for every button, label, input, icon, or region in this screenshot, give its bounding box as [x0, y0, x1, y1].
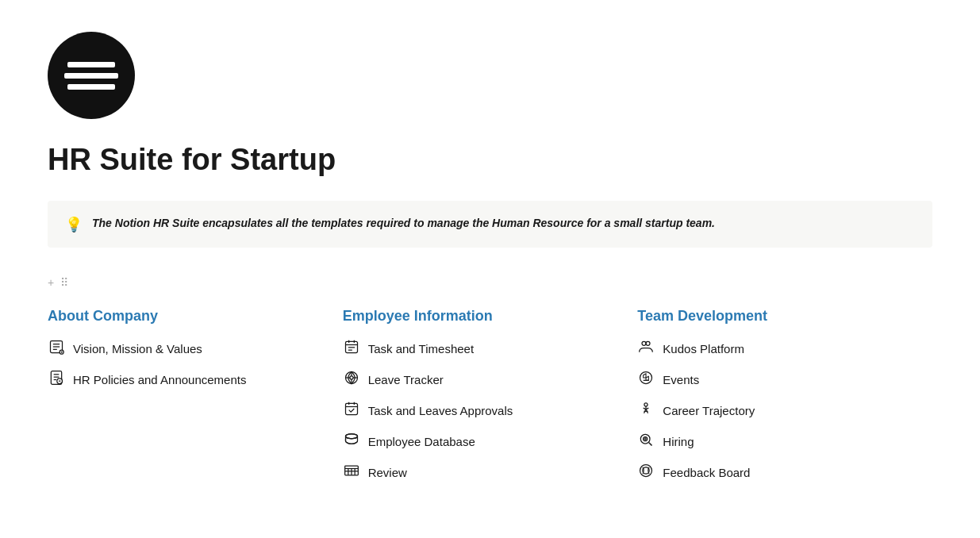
- review-label: Review: [368, 466, 407, 479]
- svg-line-47: [649, 443, 652, 446]
- nav-item-events[interactable]: Events: [637, 370, 917, 390]
- task-timesheet-icon: [343, 339, 360, 359]
- events-icon: [637, 370, 655, 390]
- employee-database-icon: [343, 432, 360, 452]
- svg-point-22: [350, 376, 353, 379]
- drag-icon[interactable]: ⠿: [60, 276, 68, 289]
- svg-point-51: [640, 465, 652, 477]
- employee-information-items: Task and Timesheet Leave Tracker: [343, 339, 622, 482]
- career-trajectory-label: Career Trajectory: [663, 404, 755, 417]
- page-container: HR Suite for Startup 💡 The Notion HR Sui…: [0, 0, 980, 514]
- hiring-icon: [637, 432, 655, 452]
- nav-item-kudos-platform[interactable]: Kudos Platform: [637, 339, 917, 359]
- svg-point-35: [642, 341, 646, 345]
- nav-item-task-timesheet[interactable]: Task and Timesheet: [343, 339, 622, 359]
- nav-item-review[interactable]: Review: [343, 463, 622, 482]
- lightbulb-icon: 💡: [65, 216, 83, 233]
- feedback-board-icon: [637, 463, 655, 482]
- about-company-items: Vision, Mission & Values HR Polic: [48, 339, 327, 390]
- svg-point-39: [644, 403, 648, 406]
- employee-database-label: Employee Database: [368, 435, 475, 448]
- app-logo: [48, 32, 135, 119]
- banner-text: The Notion HR Suite encapsulates all the…: [92, 215, 715, 232]
- info-banner: 💡 The Notion HR Suite encapsulates all t…: [48, 201, 932, 248]
- employee-information-header: Employee Information: [343, 308, 622, 325]
- review-icon: [343, 463, 360, 482]
- logo-line-top: [67, 62, 115, 67]
- svg-rect-23: [345, 403, 357, 414]
- logo-container: [48, 32, 932, 119]
- feedback-board-label: Feedback Board: [663, 466, 750, 479]
- nav-item-leave-tracker[interactable]: Leave Tracker: [343, 370, 622, 390]
- controls-row: + ⠿: [48, 276, 932, 289]
- nav-item-employee-database[interactable]: Employee Database: [343, 432, 622, 452]
- nav-item-hr-policies[interactable]: HR Policies and Announcements: [48, 370, 327, 390]
- career-trajectory-icon: [637, 401, 655, 421]
- column-about-company: About Company Vision: [48, 308, 343, 390]
- hiring-label: Hiring: [663, 435, 694, 448]
- nav-item-career-trajectory[interactable]: Career Trajectory: [637, 401, 917, 421]
- nav-item-hiring[interactable]: Hiring: [637, 432, 917, 452]
- leave-tracker-icon: [343, 370, 360, 390]
- kudos-platform-label: Kudos Platform: [663, 342, 744, 355]
- column-team-development: Team Development Kudos Platform: [637, 308, 932, 482]
- task-leaves-approvals-label: Task and Leaves Approvals: [368, 404, 513, 417]
- about-company-header: About Company: [48, 308, 327, 325]
- vision-mission-icon: [48, 339, 65, 359]
- kudos-platform-icon: [637, 339, 655, 359]
- columns-container: About Company Vision: [48, 308, 932, 482]
- task-leaves-approvals-icon: [343, 401, 360, 421]
- page-title: HR Suite for Startup: [48, 143, 932, 177]
- logo-line-bot: [67, 84, 115, 90]
- team-development-header: Team Development: [637, 308, 917, 325]
- hr-policies-icon: [48, 370, 65, 390]
- nav-item-feedback-board[interactable]: Feedback Board: [637, 463, 917, 482]
- task-timesheet-label: Task and Timesheet: [368, 342, 474, 355]
- svg-point-28: [345, 434, 357, 439]
- hr-policies-label: HR Policies and Announcements: [73, 373, 246, 386]
- team-development-items: Kudos Platform Events: [637, 339, 917, 482]
- column-employee-information: Employee Information Task and Times: [343, 308, 638, 482]
- events-label: Events: [663, 373, 699, 386]
- vision-mission-label: Vision, Mission & Values: [73, 342, 202, 355]
- svg-point-36: [646, 341, 650, 345]
- nav-item-vision-mission[interactable]: Vision, Mission & Values: [48, 339, 327, 359]
- logo-line-mid: [64, 73, 118, 79]
- nav-item-task-leaves-approvals[interactable]: Task and Leaves Approvals: [343, 401, 622, 421]
- leave-tracker-label: Leave Tracker: [368, 373, 444, 386]
- add-icon[interactable]: +: [48, 276, 54, 289]
